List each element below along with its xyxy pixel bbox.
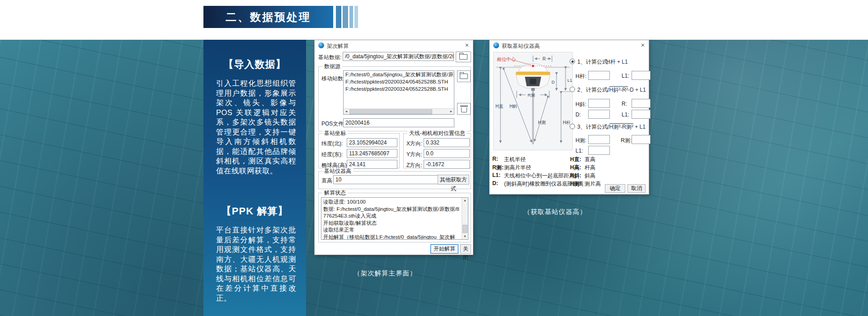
radio-selected-icon[interactable] — [570, 59, 575, 64]
svg-text:H测: H测 — [538, 120, 546, 125]
scroll-up-icon[interactable]: ▲ — [462, 198, 468, 203]
svg-text:D: D — [552, 79, 555, 84]
lat-input[interactable]: 23.1052994024 — [347, 138, 397, 147]
field-input[interactable] — [588, 110, 610, 119]
horizontal-scrollbar[interactable]: ◄ ► — [344, 108, 454, 114]
close-icon[interactable]: × — [641, 42, 645, 49]
lon-input[interactable]: 113.2457685097 — [347, 149, 397, 158]
start-solve-button[interactable]: 开始解算 — [430, 244, 458, 254]
legend-key: H高: — [570, 164, 581, 172]
field-input[interactable] — [588, 146, 610, 155]
field-input[interactable] — [588, 71, 610, 80]
dialog2-title: 获取基站仪器高 — [502, 42, 540, 50]
other-method-button[interactable]: 其他获取方式 — [438, 175, 469, 185]
app-icon — [318, 42, 324, 48]
dialog-get-base-height: 获取基站仪器高 × — [489, 40, 649, 195]
formula-3: √H测²-R测² + L1 — [606, 123, 646, 131]
banner-stripes — [336, 6, 359, 28]
ok-button[interactable]: 确定 — [605, 184, 625, 193]
folder-open-icon — [459, 54, 467, 60]
sidebar-section-body-import: 引入工程化思想组织管理用户数据，形象展示架次、镜头、影像与 POS 关联逻辑对应… — [216, 79, 296, 176]
radio-icon[interactable] — [570, 124, 575, 129]
svg-text:L1: L1 — [567, 78, 572, 83]
legend-key: L1: — [492, 172, 500, 178]
lat-label: 纬度(北): — [321, 140, 343, 148]
scroll-right-icon[interactable]: ► — [448, 109, 454, 114]
svg-text:R: R — [542, 56, 546, 61]
group-instrument-height-label: 基站仪器高 — [322, 168, 353, 174]
group-antenna-offset: 天线-相机相对位置信息 X方向: 0.332 Y方向: 0.0 Z方向: -0.… — [403, 133, 471, 168]
field-label: D: — [576, 112, 581, 118]
close-icon[interactable]: × — [465, 42, 469, 49]
vscroll-thumb[interactable] — [462, 225, 467, 233]
dialog-flight-solve: 架次解算 × 基站数据: /0_data/5jingtou_架次解算测试数据/原… — [314, 40, 473, 255]
field-input[interactable] — [632, 110, 651, 119]
slide: 二、数据预处理 【导入数据】 引入工程化思想组织管理用户数据，形象展示架次、镜头… — [0, 0, 868, 316]
trash-icon — [461, 107, 467, 112]
group-antenna-offset-label: 天线-相机相对位置信息 — [407, 130, 467, 136]
legend-value: 主机半径 — [504, 156, 526, 163]
formula-option-1[interactable]: 1、计算公式: H杆 + L1 — [570, 58, 609, 66]
hscroll-thumb[interactable] — [349, 109, 432, 114]
legend-key: H测: — [570, 180, 581, 188]
rover-file-list[interactable]: F:/hctest/0_data/5jingtou_架次解算测试数据/原数据/8… — [343, 70, 454, 115]
rover-delete-button[interactable] — [457, 103, 471, 115]
height-input[interactable]: 24.141 — [347, 160, 397, 169]
legend-key: H直: — [570, 156, 581, 163]
group-base-coords-label: 基站坐标 — [322, 130, 348, 136]
svg-text:H斜: H斜 — [509, 104, 517, 109]
rover-browse-button[interactable] — [457, 70, 471, 82]
dialog1-titlebar[interactable]: 架次解算 × — [315, 40, 473, 51]
group-solve-status: 解算状态 读取进度: 100/100 数据: F:/hctest/0_data/… — [318, 193, 471, 242]
status-text: 读取进度: 100/100 数据: F:/hctest/0_data/5jing… — [323, 199, 460, 240]
legend-key: R测: — [492, 164, 504, 172]
legend-value: 测片高 — [585, 180, 601, 188]
group-solve-status-label: 解算状态 — [322, 190, 348, 196]
z-dir-input[interactable]: -0.1672 — [424, 160, 470, 169]
field-input[interactable] — [632, 99, 651, 108]
list-item[interactable]: F:/hctest/0_data/5jingtou_架次解算测试数据/原数据/8… — [344, 71, 454, 78]
dialog2-titlebar[interactable]: 获取基站仪器高 × — [490, 40, 649, 51]
y-dir-input[interactable]: 0.0 — [424, 149, 470, 158]
dialog2-caption: （获取基站仪器高） — [505, 208, 605, 216]
list-item[interactable]: F:/hctest/ppktest/20200324/05452528B.STH — [344, 78, 454, 85]
radio-icon[interactable] — [570, 87, 575, 92]
close-button[interactable]: 关闭 — [460, 244, 471, 254]
sidebar-section-title-import: 【导入数据】 — [203, 58, 306, 71]
field-input[interactable] — [588, 135, 610, 144]
field-label: H斜: — [576, 101, 586, 108]
field-label: L1: — [576, 148, 583, 154]
svg-text:R测: R测 — [528, 93, 535, 98]
formula-2: √H斜²-R²-D + L1 — [606, 86, 646, 94]
scroll-left-icon[interactable]: ◄ — [344, 109, 349, 114]
formula-option-3[interactable]: 3、计算公式: √H测²-R测² + L1 — [570, 123, 609, 131]
lon-label: 经度(东): — [321, 151, 343, 158]
pos-filename-input[interactable]: 20200416 — [343, 118, 454, 127]
legend-value: 天线相位中心到一起底部距离 — [504, 172, 575, 180]
legend-key: D: — [492, 180, 498, 186]
group-instrument-height: 基站仪器高 直高 10 其他获取方式 — [318, 171, 471, 189]
list-item[interactable]: F:/hctest/ppktest/20200324/05522528B.STH — [344, 85, 454, 93]
field-input[interactable] — [588, 99, 610, 108]
vertical-height-input[interactable]: 10 — [333, 175, 438, 184]
dialog1-title: 架次解算 — [327, 42, 349, 50]
x-dir-input[interactable]: 0.332 — [424, 138, 470, 147]
status-textarea[interactable]: 读取进度: 100/100 数据: F:/hctest/0_data/5jing… — [321, 197, 468, 240]
cancel-button[interactable]: 取消 — [627, 184, 646, 193]
base-data-browse-button[interactable] — [456, 51, 471, 62]
field-input[interactable] — [632, 135, 651, 144]
folder-open-icon — [460, 74, 468, 79]
field-input[interactable] — [632, 71, 651, 80]
receiver-diagram: 相位中心 R L1 D R测 H — [493, 52, 573, 150]
legend-value: 杆高 — [585, 164, 595, 172]
vertical-scrollbar[interactable]: ▲ ▼ — [462, 198, 468, 239]
legend-value: 测高片半径 — [504, 164, 531, 172]
x-dir-label: X方向: — [406, 140, 422, 148]
svg-text:相位中心: 相位中心 — [496, 56, 516, 62]
formula-option-2[interactable]: 2、计算公式: √H斜²-R²-D + L1 — [570, 86, 609, 94]
legend-value: 直高 — [585, 156, 595, 163]
scroll-down-icon[interactable]: ▼ — [462, 234, 468, 239]
base-data-input[interactable]: /0_data/5jingtou_架次解算测试数据/原数据/2043254EF.… — [343, 52, 454, 61]
field-label: R: — [622, 101, 627, 107]
group-data-source-label: 数据源 — [322, 63, 342, 70]
